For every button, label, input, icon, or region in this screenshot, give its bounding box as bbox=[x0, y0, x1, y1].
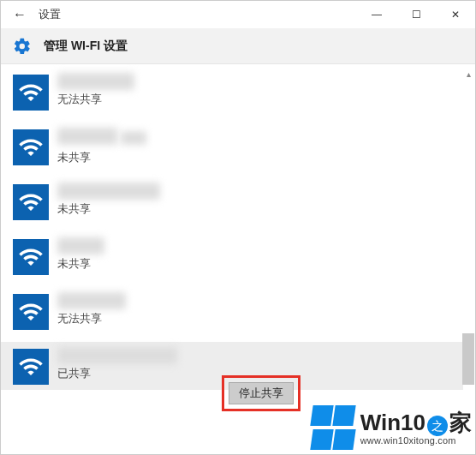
wifi-icon bbox=[13, 129, 49, 165]
watermark-url: www.win10xitong.com bbox=[360, 436, 472, 446]
wifi-status: 未共享 bbox=[57, 256, 104, 272]
page-header: 管理 WI-FI 设置 bbox=[1, 28, 475, 64]
wifi-icon bbox=[13, 239, 49, 275]
windows-logo-icon bbox=[311, 404, 359, 452]
window-title: 设置 bbox=[39, 7, 61, 22]
wifi-item[interactable]: 未共享 bbox=[13, 123, 475, 171]
wifi-status: 无法共享 bbox=[57, 92, 134, 107]
wifi-icon bbox=[13, 294, 49, 330]
wifi-item[interactable]: 无法共享 bbox=[13, 287, 475, 335]
content-area: ▴ 无法共享 未共享 bbox=[1, 64, 475, 454]
scrollbar-thumb[interactable] bbox=[462, 333, 474, 385]
wifi-name bbox=[57, 347, 177, 364]
wifi-item[interactable]: 未共享 bbox=[13, 232, 475, 280]
wifi-status: 无法共享 bbox=[57, 311, 126, 326]
wifi-name bbox=[57, 183, 160, 200]
wifi-name bbox=[57, 73, 134, 90]
wifi-name bbox=[57, 237, 104, 254]
back-button[interactable]: ← bbox=[1, 1, 39, 28]
wifi-name bbox=[57, 128, 117, 145]
minimize-button[interactable]: — bbox=[357, 1, 396, 28]
wifi-item[interactable]: 未共享 bbox=[13, 177, 475, 225]
stop-share-button[interactable]: 停止共享 bbox=[229, 382, 294, 404]
wifi-name bbox=[57, 292, 126, 309]
wifi-icon bbox=[13, 75, 49, 111]
maximize-button[interactable]: ☐ bbox=[396, 1, 436, 28]
gear-icon bbox=[13, 37, 32, 56]
page-title: 管理 WI-FI 设置 bbox=[44, 39, 128, 54]
wifi-icon bbox=[13, 349, 49, 385]
watermark-brand: Win10之家 bbox=[360, 411, 472, 436]
wifi-status: 未共享 bbox=[57, 201, 160, 217]
titlebar: ← 设置 — ☐ ✕ bbox=[1, 1, 475, 28]
wifi-list: 无法共享 未共享 未共享 bbox=[1, 64, 475, 390]
wifi-status: 未共享 bbox=[57, 150, 146, 165]
watermark: Win10之家 www.win10xitong.com bbox=[311, 404, 472, 452]
close-button[interactable]: ✕ bbox=[436, 1, 475, 28]
wifi-item[interactable]: 无法共享 bbox=[13, 68, 475, 116]
wifi-icon bbox=[13, 184, 49, 220]
wifi-status: 已共享 bbox=[57, 366, 177, 381]
scroll-up-arrow[interactable]: ▴ bbox=[462, 68, 474, 80]
